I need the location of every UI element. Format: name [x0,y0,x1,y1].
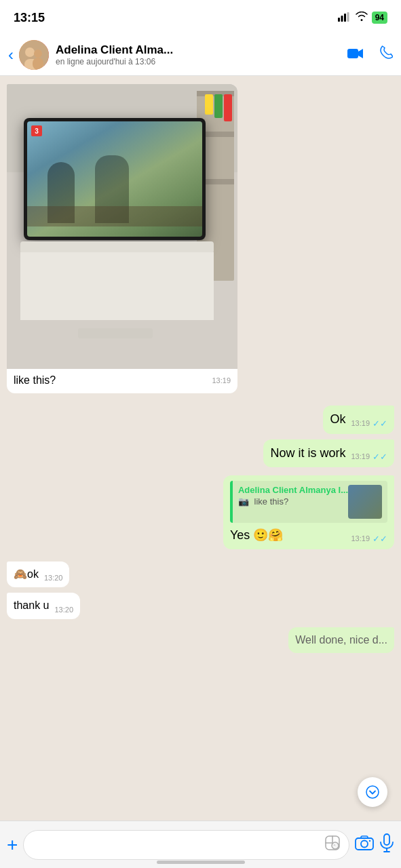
quote-block: Adelina Client Almanya I... 📷 like this? [230,481,387,523]
message-time: 13:19 [351,419,370,427]
wifi-icon [356,12,368,24]
sticker-button[interactable] [324,835,341,854]
image-time: 13:19 [212,376,231,384]
message-bubble-ok[interactable]: Ok 13:19 ✓✓ [323,406,394,433]
svg-point-14 [361,840,368,847]
message-time: 13:19 [351,452,370,460]
tv-scene-image: 3 [7,84,237,369]
message-bubble-yes[interactable]: Adelina Client Almanya I... 📷 like this?… [223,475,394,549]
message-row: 🙈ok 13:20 [7,561,394,587]
bottom-spacer [7,658,394,713]
svg-rect-16 [384,834,389,845]
svg-rect-13 [356,838,373,850]
scroll-down-button[interactable] [358,777,387,807]
message-time: 13:20 [54,606,73,614]
message-row: thank u 13:20 [7,593,394,618]
svg-rect-9 [347,49,358,58]
home-indicator [157,861,245,864]
camera-button[interactable] [355,835,374,855]
tv-frame: 3 [24,118,206,240]
svg-point-6 [34,50,42,58]
cabinet [20,252,214,320]
message-text: Ok [330,411,345,428]
message-meta: 13:19 ✓✓ [351,418,387,429]
chat-body: 3 li [0,76,401,821]
message-bubble-work[interactable]: Now it is work 13:19 ✓✓ [263,439,394,467]
message-row: Now it is work 13:19 ✓✓ [7,439,394,467]
tv-screen: 3 [27,121,202,237]
message-meta: 13:20 [54,606,73,614]
video-call-button[interactable] [347,46,364,64]
status-icons: 94 [338,12,387,24]
voice-call-button[interactable] [378,45,393,64]
contact-status: en ligne aujourd'hui à 13:06 [56,57,347,66]
battery-icon: 94 [372,12,387,24]
message-input[interactable] [32,839,324,851]
message-time: 13:20 [44,574,63,582]
quote-content: 📷 like this? [238,496,348,507]
message-meta: 13:19 ✓✓ [351,534,387,544]
chat-header: ‹ Adelina Client Alma... en ligne aujour… [0,34,401,76]
svg-rect-8 [33,58,43,70]
message-bubble-partial[interactable]: Well done, nice d... [288,627,394,653]
contact-name[interactable]: Adelina Client Alma... [56,43,347,57]
svg-point-10 [366,786,379,798]
message-text: Yes 🙂🤗 [230,527,283,544]
svg-rect-3 [347,12,349,22]
image-bubble[interactable]: 3 li [7,84,237,393]
status-bar: 13:15 94 [0,0,401,34]
shelf-item-1 [224,94,232,121]
add-attachment-button[interactable]: + [7,834,18,856]
quote-thumbnail [348,485,382,519]
message-row: Adelina Client Almanya I... 📷 like this?… [7,475,394,549]
mic-button[interactable] [379,833,394,856]
avatar[interactable] [19,40,49,70]
svg-point-5 [25,47,35,57]
message-text: Now it is work [270,445,345,462]
image-caption: like this? [14,373,56,388]
message-input-area[interactable] [23,830,349,860]
svg-rect-2 [344,14,346,22]
svg-rect-0 [338,18,340,22]
power-strip [78,328,153,338]
image-caption-area: like this? 13:19 [7,369,237,393]
signal-icon [338,12,351,24]
message-bubble-thanku[interactable]: thank u 13:20 [7,593,80,618]
message-meta: 13:19 ✓✓ [351,452,387,462]
message-time: 13:19 [351,534,370,542]
shelf-item-3 [205,94,213,115]
channel-badge: 3 [31,125,42,136]
message-text: thank u [14,598,49,613]
read-ticks: ✓✓ [373,418,387,429]
message-meta: 13:20 [44,574,63,582]
shelf-item-2 [214,94,223,118]
message-row: Well done, nice d... [7,627,394,653]
quote-sender: Adelina Client Almanya I... [238,485,348,495]
read-ticks: ✓✓ [373,534,387,544]
svg-point-15 [369,840,370,841]
header-actions [347,45,393,64]
quote-thumb-image [348,485,382,519]
svg-rect-1 [341,16,343,22]
counter [27,206,202,226]
chat-image[interactable]: 3 [7,84,237,369]
back-button[interactable]: ‹ [8,45,14,64]
message-bubble-monkeyok[interactable]: 🙈ok 13:20 [7,561,69,587]
message-row: Ok 13:19 ✓✓ [7,406,394,433]
contact-info: Adelina Client Alma... en ligne aujourd'… [56,43,347,66]
message-text: Well done, nice d... [295,634,387,646]
message-row: 3 li [7,84,394,393]
status-time: 13:15 [14,11,45,25]
message-text: 🙈ok [14,567,39,582]
read-ticks: ✓✓ [373,452,387,462]
